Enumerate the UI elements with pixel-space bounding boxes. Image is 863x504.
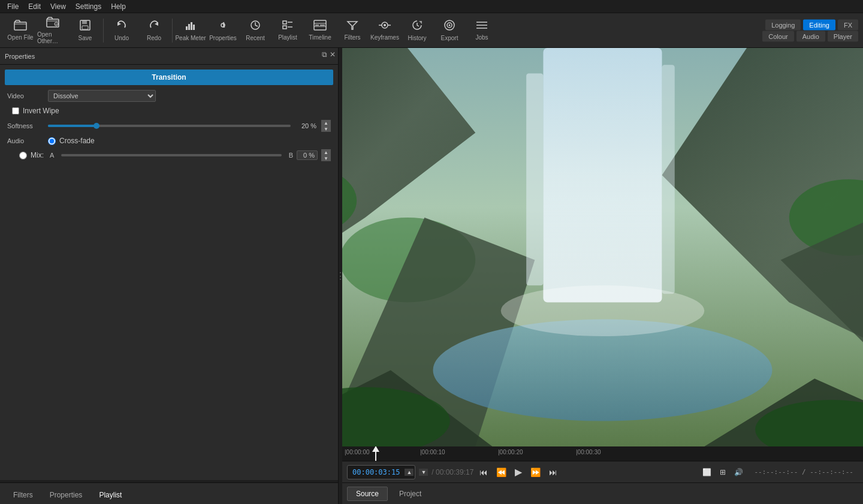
open-file-button[interactable]: Open File bbox=[5, 15, 36, 46]
invert-wipe-checkbox[interactable] bbox=[12, 107, 19, 114]
timecode-down-btn[interactable]: ▼ bbox=[419, 469, 428, 476]
rewind-btn[interactable]: ⏪ bbox=[494, 466, 509, 478]
svg-marker-58 bbox=[372, 446, 379, 452]
source-tab[interactable]: Source bbox=[347, 487, 388, 501]
main-content: Properties ⧉ ✕ Transition Video Dissolve… bbox=[0, 48, 863, 504]
invert-wipe-row: Invert Wipe bbox=[0, 104, 338, 117]
left-panel: Properties ⧉ ✕ Transition Video Dissolve… bbox=[0, 48, 339, 504]
timecode-bar: |00:00:00 |00:00:10 |00:00:20 |00:00:30 bbox=[342, 446, 863, 461]
properties-panel: Properties ⧉ ✕ Transition Video Dissolve… bbox=[0, 48, 338, 480]
mix-spinner[interactable]: ▲ ▼ bbox=[321, 149, 331, 161]
timecode-up-btn[interactable]: ▲ bbox=[405, 469, 414, 476]
layout-audio-btn[interactable]: Audio bbox=[796, 31, 825, 41]
layout-editing-btn[interactable]: Editing bbox=[803, 19, 835, 30]
svg-rect-47 bbox=[662, 65, 675, 294]
view-grid-btn[interactable]: ⊞ bbox=[717, 467, 728, 478]
tab-filters[interactable]: Filters bbox=[5, 487, 41, 504]
skip-to-start-btn[interactable]: ⏮ bbox=[477, 466, 490, 478]
playlist-icon bbox=[282, 20, 294, 32]
project-tab[interactable]: Project bbox=[390, 487, 430, 501]
softness-slider[interactable] bbox=[48, 125, 291, 127]
redo-icon bbox=[148, 19, 160, 33]
timeline-button[interactable]: Timeline bbox=[304, 15, 336, 46]
mix-radio[interactable] bbox=[19, 152, 27, 159]
current-timecode: 00:00:03:15 bbox=[349, 467, 403, 478]
layout-logging-btn[interactable]: Logging bbox=[765, 19, 801, 30]
audio-label: Audio bbox=[7, 137, 43, 144]
tab-properties[interactable]: Properties bbox=[41, 487, 91, 504]
keyframes-button[interactable]: Keyframes bbox=[369, 15, 400, 46]
softness-value: 20 % bbox=[295, 122, 316, 129]
keyframes-icon bbox=[378, 20, 391, 32]
menu-bar: File Edit View Settings Help bbox=[0, 0, 863, 13]
properties-header-bar: Properties ⧉ ✕ bbox=[0, 48, 338, 65]
open-file-icon bbox=[14, 20, 27, 32]
softness-up[interactable]: ▲ bbox=[321, 120, 331, 126]
timecode-separator: / 00:00:39:17 bbox=[432, 468, 473, 476]
recent-label: Recent bbox=[246, 35, 265, 41]
crossfade-radio[interactable] bbox=[48, 137, 56, 145]
layout-colour-btn[interactable]: Colour bbox=[762, 31, 793, 41]
fast-forward-btn[interactable]: ⏩ bbox=[528, 466, 543, 478]
softness-spinner[interactable]: ▲ ▼ bbox=[321, 120, 331, 132]
mix-slider[interactable] bbox=[61, 154, 281, 156]
timeline-label: Timeline bbox=[309, 34, 331, 41]
open-other-button[interactable]: + Open Other… bbox=[37, 15, 68, 46]
player-controls: 00:00:03:15 ▲ ▼ / 00:00:39:17 ⏮ ⏪ ▶ ⏩ ⏭ … bbox=[342, 461, 863, 482]
mix-up[interactable]: ▲ bbox=[321, 149, 331, 155]
menu-help[interactable]: Help bbox=[106, 1, 131, 12]
filters-label: Filters bbox=[344, 34, 360, 41]
open-other-icon: + bbox=[46, 17, 59, 29]
playlist-button[interactable]: Playlist bbox=[272, 15, 303, 46]
svg-marker-8 bbox=[155, 22, 158, 26]
softness-label: Softness bbox=[7, 122, 43, 129]
properties-label: Properties bbox=[209, 35, 237, 41]
skip-to-end-btn[interactable]: ⏭ bbox=[547, 466, 560, 478]
layout-player-btn[interactable]: Player bbox=[828, 31, 858, 41]
transition-title: Transition bbox=[152, 73, 186, 82]
svg-rect-16 bbox=[283, 21, 286, 24]
properties-panel-title: Properties bbox=[5, 53, 35, 60]
jobs-button[interactable]: Jobs bbox=[466, 15, 497, 46]
audio-level-btn[interactable]: 🔊 bbox=[732, 467, 746, 478]
menu-settings[interactable]: Settings bbox=[71, 1, 106, 12]
svg-rect-24 bbox=[320, 25, 325, 26]
bottom-tabs: Filters Properties Playlist bbox=[0, 482, 338, 504]
properties-close-btn[interactable]: ✕ bbox=[330, 50, 336, 59]
save-button[interactable]: Save bbox=[70, 15, 101, 46]
video-transition-dropdown[interactable]: Dissolve Wipe Iris Clock bbox=[48, 90, 156, 102]
undo-button[interactable]: Undo bbox=[106, 15, 137, 46]
playhead-marker[interactable] bbox=[375, 446, 376, 461]
svg-rect-46 bbox=[526, 73, 543, 285]
menu-edit[interactable]: Edit bbox=[23, 1, 46, 12]
mix-value: 0 % bbox=[297, 150, 318, 160]
export-icon bbox=[443, 19, 455, 33]
layout-fx-btn[interactable]: FX bbox=[838, 19, 858, 30]
svg-rect-11 bbox=[191, 22, 192, 30]
transition-title-bar: Transition bbox=[5, 70, 333, 85]
menu-file[interactable]: File bbox=[2, 1, 23, 12]
properties-button[interactable]: ℹ Properties bbox=[207, 15, 239, 46]
redo-button[interactable]: Redo bbox=[138, 15, 170, 46]
history-button[interactable]: History bbox=[402, 15, 433, 46]
audio-section-row: Audio Cross-fade bbox=[0, 134, 338, 147]
mix-a-label: A bbox=[50, 152, 54, 159]
properties-float-btn[interactable]: ⧉ bbox=[322, 50, 327, 59]
peak-meter-button[interactable]: Peak Meter bbox=[175, 15, 206, 46]
crossfade-label: Cross-fade bbox=[59, 137, 95, 145]
filters-button[interactable]: Filters bbox=[337, 15, 368, 46]
tab-playlist[interactable]: Playlist bbox=[90, 487, 130, 504]
menu-view[interactable]: View bbox=[46, 1, 71, 12]
recent-button[interactable]: Recent bbox=[240, 15, 271, 46]
svg-marker-7 bbox=[117, 22, 121, 26]
view-fill-btn[interactable]: ⬜ bbox=[700, 467, 714, 478]
svg-text:+: + bbox=[55, 22, 58, 26]
svg-rect-5 bbox=[82, 20, 87, 24]
export-button[interactable]: Export bbox=[434, 15, 465, 46]
mix-down[interactable]: ▼ bbox=[321, 155, 331, 161]
export-label: Export bbox=[441, 35, 458, 41]
softness-down[interactable]: ▼ bbox=[321, 126, 331, 132]
playlist-label: Playlist bbox=[278, 34, 297, 41]
play-btn[interactable]: ▶ bbox=[512, 465, 524, 479]
undo-label: Undo bbox=[114, 35, 129, 41]
